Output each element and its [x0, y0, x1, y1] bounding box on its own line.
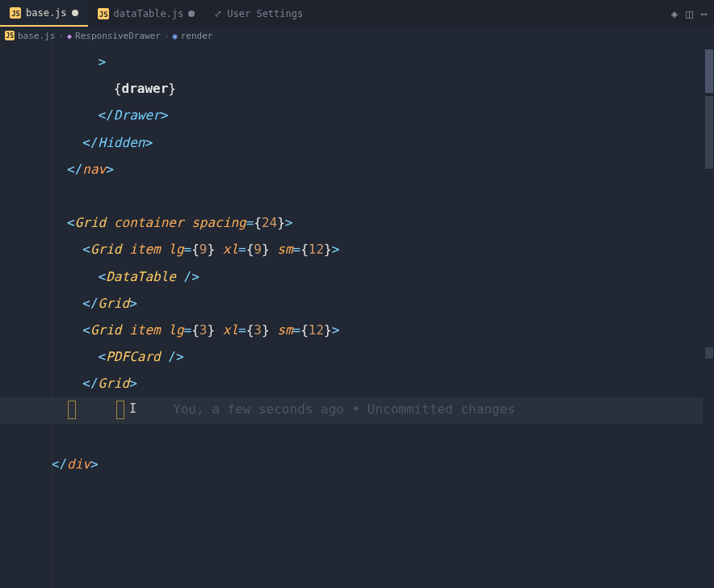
more-icon[interactable]: ⋯: [701, 7, 708, 20]
bracket-match-icon: [68, 401, 76, 419]
tab-user-settings[interactable]: ⤢ User Settings: [204, 0, 313, 27]
breadcrumb: JS base.js › ◆ ResponsiveDrawer › ◉ rend…: [0, 27, 714, 44]
chevron-right-icon: ›: [164, 31, 170, 41]
breadcrumb-item[interactable]: render: [181, 31, 213, 41]
settings-icon: ⤢: [214, 8, 222, 19]
dirty-dot-icon: [72, 10, 78, 16]
split-editor-icon[interactable]: ◫: [686, 7, 692, 20]
chevron-right-icon: ›: [58, 31, 64, 41]
tab-label: User Settings: [227, 8, 303, 19]
git-blame-inline: You, a few seconds ago • Uncommitted cha…: [173, 401, 515, 417]
method-icon: ◉: [173, 32, 178, 40]
gutter: [0, 44, 52, 588]
tab-base-js[interactable]: JS base.js: [0, 0, 88, 27]
code-area[interactable]: > {drawer} </Drawer> </Hidden> </nav> <G…: [0, 44, 714, 558]
tab-label: base.js: [26, 7, 67, 19]
tab-tool-icons: ◈ ◫ ⋯: [671, 7, 714, 20]
compass-icon[interactable]: ◈: [671, 7, 678, 20]
tab-label: dataTable.js: [114, 8, 184, 19]
js-icon: JS: [5, 31, 15, 40]
minimap[interactable]: [703, 44, 714, 588]
js-icon: JS: [10, 7, 21, 19]
bracket-match-icon: [116, 401, 124, 419]
tab-datatable-js[interactable]: JS dataTable.js: [88, 0, 205, 27]
indent-guide: [52, 44, 52, 588]
minimap-chunk: [705, 347, 713, 359]
editor[interactable]: You, a few seconds ago • Uncommitted cha…: [0, 44, 714, 588]
class-icon: ◆: [67, 32, 72, 40]
dirty-dot-icon: [188, 10, 195, 17]
minimap-chunk: [705, 96, 713, 169]
js-icon: JS: [98, 8, 109, 19]
minimap-chunk: [705, 49, 713, 93]
breadcrumb-item[interactable]: base.js: [18, 31, 55, 41]
breadcrumb-item[interactable]: ResponsiveDrawer: [75, 31, 161, 41]
text-cursor-icon: I: [129, 401, 130, 418]
tabs-bar: JS base.js JS dataTable.js ⤢ User Settin…: [0, 0, 714, 27]
